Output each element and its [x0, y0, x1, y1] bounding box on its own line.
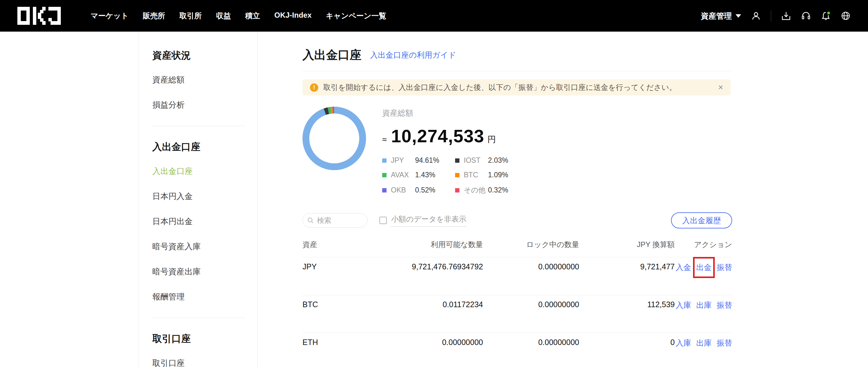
transfer-link-btc[interactable]: 振替 [717, 300, 732, 310]
title-divider [303, 71, 731, 71]
col-header-asset: 資産 [303, 240, 389, 249]
globe-icon[interactable] [841, 11, 850, 21]
download-icon[interactable] [781, 11, 791, 21]
sidebar-item-pnl-analysis[interactable]: 損益分析 [152, 100, 245, 110]
withdraw-link-btc[interactable]: 出庫 [696, 300, 712, 310]
deposit-link-jpy[interactable]: 入金 [676, 262, 691, 273]
close-icon[interactable]: × [718, 84, 723, 92]
legend-pct: 1.09% [488, 171, 508, 179]
header-right-cluster: 資産管理 [701, 10, 850, 22]
table-header-row: 資産 利用可能な数量 ロック中の数量 JPY 換算額 アクション [303, 240, 732, 257]
legend-label: OKB [391, 186, 415, 194]
approx-symbol: ≈ [382, 135, 387, 144]
sidebar-item-funding-account[interactable]: 入出金口座 [152, 166, 245, 177]
available-amount: 0.01172234 [389, 300, 483, 309]
nav-item-sell[interactable]: 販売所 [143, 11, 165, 21]
annotation-highlight-box: 出金 [693, 257, 715, 278]
sidebar-item-jpy-deposit[interactable]: 日本円入金 [152, 191, 245, 202]
locked-amount: 0.00000000 [483, 300, 579, 309]
nav-item-market[interactable]: マーケット [91, 11, 128, 21]
legend-pct: 1.43% [415, 171, 435, 179]
table-toolbar: 小額のデータを非表示 入出金履歴 [303, 212, 732, 228]
nav-item-earn[interactable]: 収益 [216, 11, 231, 21]
legend-pct: 0.52% [415, 186, 435, 194]
table-row-jpy: JPY 9,721,476.76934792 0.00000000 9,721,… [303, 257, 732, 295]
sidebar-item-jpy-withdrawal[interactable]: 日本円出金 [152, 216, 245, 227]
user-icon[interactable] [751, 11, 761, 21]
main-content: 入出金口座 入出金口座の利用ガイド ! 取引を開始するには、入出金口座に入金した… [257, 32, 868, 367]
asset-management-menu[interactable]: 資産管理 [701, 11, 741, 21]
jpy-value: 112,539 [579, 300, 675, 309]
okj-logo[interactable]: OKJ [18, 7, 61, 25]
page-title: 入出金口座 [303, 47, 362, 63]
legend-label: その他 [464, 186, 488, 195]
search-icon [307, 217, 314, 224]
sidebar-item-reward-management[interactable]: 報酬管理 [152, 291, 245, 302]
withdraw-link-eth[interactable]: 出庫 [696, 338, 712, 348]
sidebar-item-total-assets[interactable]: 資産総額 [152, 74, 245, 85]
asset-summary-section: 資産総額 ≈ 10,274,533 円 JPY94.61% IOST2.03% … [303, 107, 868, 195]
transfer-link-eth[interactable]: 振替 [717, 338, 732, 348]
withdraw-link-jpy[interactable]: 出金 [696, 263, 712, 271]
sidebar-item-trading-account[interactable]: 取引口座 [152, 358, 245, 367]
legend-item-iost: IOST2.03% [455, 156, 528, 165]
legend-item-okb: OKB0.52% [382, 186, 455, 195]
chevron-down-icon [736, 14, 741, 18]
legend-label: BTC [464, 171, 488, 179]
legend-item-others: その他0.32% [455, 186, 528, 195]
sidebar-item-crypto-withdrawal[interactable]: 暗号資産出庫 [152, 266, 245, 277]
table-row-btc: BTC 0.01172234 0.00000000 112,539 入庫 出庫 … [303, 295, 732, 333]
top-navigation-bar: OKJ マーケット 販売所 取引所 収益 積立 OKJ-Index キャンペーン… [0, 0, 868, 32]
legend-label: JPY [391, 156, 415, 165]
transfer-link-jpy[interactable]: 振替 [717, 262, 732, 273]
warning-icon: ! [310, 84, 318, 92]
legend-pct: 2.03% [488, 156, 508, 165]
sidebar-item-crypto-deposit[interactable]: 暗号資産入庫 [152, 241, 245, 252]
hide-small-balances-checkbox[interactable] [379, 217, 387, 224]
legend-swatch [455, 173, 459, 177]
legend-item-jpy: JPY94.61% [382, 156, 455, 165]
col-header-locked: ロック中の数量 [483, 240, 579, 249]
sidebar: 資産状況 資産総額 損益分析 入出金口座 入出金口座 日本円入金 日本円出金 暗… [139, 32, 257, 367]
asset-legend: JPY94.61% IOST2.03% AVAX1.43% BTC1.09% O… [382, 156, 528, 195]
asset-name: ETH [303, 338, 389, 347]
notification-badge [827, 12, 830, 14]
sidebar-heading-asset-status: 資産状況 [152, 49, 245, 62]
deposit-withdrawal-history-button[interactable]: 入出金履歴 [671, 212, 732, 228]
deposit-link-btc[interactable]: 入庫 [676, 300, 691, 310]
notice-text: 取引を開始するには、入出金口座に入金した後、以下の「振替」から取引口座に送金を行… [323, 82, 713, 92]
table-row-eth: ETH 0.00000000 0.00000000 0 入庫 出庫 振替 [303, 333, 732, 367]
nav-item-exchange[interactable]: 取引所 [179, 11, 202, 21]
asset-management-label: 資産管理 [701, 11, 732, 21]
bell-icon[interactable] [821, 11, 831, 21]
funding-account-guide-link[interactable]: 入出金口座の利用ガイド [370, 50, 456, 60]
total-assets-label: 資産総額 [382, 108, 528, 118]
sidebar-heading-funding-account: 入出金口座 [152, 140, 245, 154]
main-nav: マーケット 販売所 取引所 収益 積立 OKJ-Index キャンペーン一覧 [91, 11, 386, 21]
legend-item-btc: BTC1.09% [455, 171, 528, 179]
col-header-jpy-value: JPY 換算額 [579, 240, 675, 249]
currency-unit: 円 [487, 134, 496, 145]
headset-icon[interactable] [801, 11, 811, 21]
header-divider [771, 10, 771, 22]
nav-item-okj-index[interactable]: OKJ-Index [274, 11, 311, 21]
asset-name: BTC [303, 300, 389, 309]
search-box[interactable] [303, 213, 368, 228]
notice-banner: ! 取引を開始するには、入出金口座に入金した後、以下の「振替」から取引口座に送金… [303, 79, 731, 96]
legend-swatch [382, 158, 386, 163]
legend-pct: 0.32% [488, 186, 508, 194]
locked-amount: 0.00000000 [483, 262, 579, 271]
legend-label: AVAX [391, 171, 415, 179]
legend-swatch [455, 158, 459, 163]
sidebar-divider [152, 318, 245, 318]
search-input[interactable] [316, 216, 358, 225]
jpy-value: 9,721,477 [579, 262, 675, 271]
sidebar-divider [152, 126, 245, 126]
nav-item-campaign-list[interactable]: キャンペーン一覧 [326, 11, 386, 21]
nav-item-savings[interactable]: 積立 [245, 11, 260, 21]
jpy-value: 0 [579, 338, 675, 347]
okj-logo-icon [18, 7, 61, 25]
deposit-link-eth[interactable]: 入庫 [676, 338, 691, 348]
assets-table: 資産 利用可能な数量 ロック中の数量 JPY 換算額 アクション JPY 9,7… [303, 240, 732, 367]
available-amount: 9,721,476.76934792 [389, 262, 483, 271]
